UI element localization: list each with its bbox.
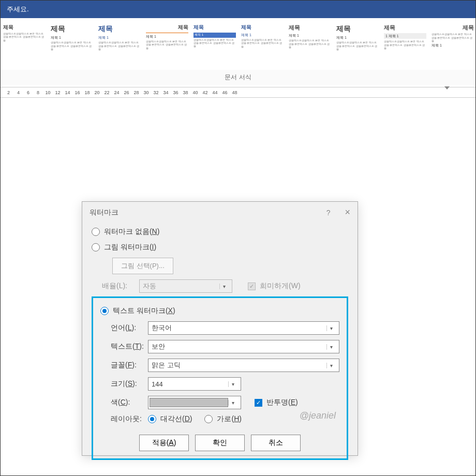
style-item[interactable]: 제목 샘플텍스트샘플텍스트 본문 텍스트 샘플 본문텍스트 샘플본문텍스트 샘플 bbox=[1, 20, 48, 68]
style-subtitle: 제목 1 bbox=[146, 33, 188, 39]
language-select[interactable]: 한국어 ▾ bbox=[148, 321, 339, 335]
help-icon[interactable]: ? bbox=[326, 209, 331, 217]
chevron-down-icon: ▾ bbox=[219, 284, 229, 289]
close-icon[interactable]: × bbox=[345, 207, 350, 218]
style-item[interactable]: 제목 제목 1 샘플텍스트샘플텍스트 본문 텍스트 샘플 본문텍스트 샘플본문텍… bbox=[334, 20, 381, 68]
text-value: 보안 bbox=[152, 342, 165, 351]
layout-horizontal-radio[interactable] bbox=[204, 415, 213, 423]
color-select[interactable]: ▾ bbox=[148, 396, 241, 409]
washout-label: 희미하게(W) bbox=[260, 281, 301, 291]
style-item[interactable]: 제목 제목 1 샘플텍스트샘플텍스트 본문 텍스트 샘플 본문텍스트 샘플본문텍… bbox=[96, 20, 143, 68]
font-select[interactable]: 맑은 고딕 ▾ bbox=[148, 359, 339, 372]
chevron-down-icon[interactable]: ▾ bbox=[228, 381, 237, 387]
style-item[interactable]: 제목 제목 1 샘플텍스트샘플텍스트 본문 텍스트 샘플 본문텍스트 샘플본문텍… bbox=[143, 20, 191, 68]
dialog-title: 워터마크 bbox=[90, 208, 118, 217]
style-body: 샘플텍스트샘플텍스트 본문 텍스트 샘플 본문텍스트 샘플본문텍스트 샘플 bbox=[336, 41, 379, 51]
size-value: 144 bbox=[152, 380, 163, 388]
style-item[interactable]: 제목 제목 1 샘플텍스트샘플텍스트 본문 텍스트 샘플 본문텍스트 샘플본문텍… bbox=[239, 20, 286, 68]
language-label: 언어(L): bbox=[111, 323, 144, 333]
ruler-tick: 14 bbox=[63, 90, 72, 95]
select-picture-button: 그림 선택(P)... bbox=[112, 258, 173, 274]
radio-icon[interactable] bbox=[100, 307, 109, 315]
style-title: 제목 bbox=[3, 24, 46, 31]
style-item[interactable]: 제목 샘플텍스트샘플텍스트 본문 텍스트 샘플 본문텍스트 샘플본문텍스트 샘플… bbox=[429, 20, 475, 68]
washout-checkbox: ✓ bbox=[248, 282, 256, 290]
option-text-watermark[interactable]: 텍스트 워터마크(X) bbox=[100, 303, 339, 319]
style-title: 제목 bbox=[194, 24, 236, 31]
select-picture-row: 그림 선택(P)... bbox=[92, 255, 348, 277]
ruler-tick: 26 bbox=[122, 90, 131, 95]
style-body: 샘플텍스트샘플텍스트 본문 텍스트 샘플 본문텍스트 샘플본문텍스트 샘플 bbox=[194, 39, 236, 49]
ruler-tick: 36 bbox=[171, 90, 181, 95]
text-select[interactable]: 보안 ▾ bbox=[148, 340, 339, 353]
text-label: 텍스트(T): bbox=[111, 342, 144, 351]
radio-icon[interactable] bbox=[92, 228, 100, 236]
apply-button[interactable]: 적용(A) bbox=[139, 435, 189, 451]
style-subtitle: 제목 1 bbox=[241, 33, 284, 37]
semitransparent-checkbox[interactable]: ✓ bbox=[255, 399, 262, 407]
style-body: 샘플텍스트샘플텍스트 본문 텍스트 샘플 본문텍스트 샘플본문텍스트 샘플 bbox=[51, 41, 93, 51]
layout-diagonal-radio[interactable] bbox=[148, 415, 156, 423]
ruler[interactable]: 2468101214161820222426283032343638404244… bbox=[1, 87, 475, 98]
ribbon: 제목 샘플텍스트샘플텍스트 본문 텍스트 샘플 본문텍스트 샘플본문텍스트 샘플… bbox=[1, 18, 475, 87]
ruler-tick: 2 bbox=[4, 90, 13, 95]
option-label: 텍스트 워터마크(X) bbox=[113, 306, 175, 316]
style-body: 샘플텍스트샘플텍스트 본문 텍스트 샘플 본문텍스트 샘플본문텍스트 샘플 bbox=[98, 41, 141, 51]
radio-icon[interactable] bbox=[92, 243, 100, 251]
style-subtitle: 제목 1 bbox=[432, 43, 474, 48]
layout-horizontal-label: 가로(H) bbox=[217, 414, 241, 424]
ruler-tick: 6 bbox=[23, 90, 33, 95]
style-subtitle: 제목 1 bbox=[194, 33, 236, 38]
watermark-dialog: 워터마크 ? × 워터마크 없음(N) 그림 워터마크(I) 그림 선택(P).… bbox=[82, 201, 358, 456]
style-item[interactable]: 제목 제목 1 샘플텍스트샘플텍스트 본문 텍스트 샘플 본문텍스트 샘플본문텍… bbox=[48, 20, 96, 68]
style-title: 제목 bbox=[146, 24, 188, 31]
ruler-tick: 38 bbox=[181, 90, 190, 95]
style-body: 샘플텍스트샘플텍스트 본문 텍스트 샘플 본문텍스트 샘플본문텍스트 샘플 bbox=[146, 40, 188, 50]
font-label: 글꼴(F): bbox=[111, 361, 144, 370]
ruler-tick: 20 bbox=[92, 90, 102, 95]
ruler-tick: 18 bbox=[82, 90, 92, 95]
style-item[interactable]: 제목 제목 1 샘플텍스트샘플텍스트 본문 텍스트 샘플 본문텍스트 샘플본문텍… bbox=[191, 20, 239, 68]
font-value: 맑은 고딕 bbox=[152, 361, 181, 370]
credit-text: @jeaniel bbox=[300, 410, 336, 421]
ruler-marker-icon[interactable] bbox=[444, 86, 450, 90]
style-subtitle: 1 제목 1 bbox=[384, 33, 426, 39]
scale-select: 자동 ▾ bbox=[139, 279, 232, 293]
style-title: 제목 bbox=[432, 24, 474, 31]
style-item[interactable]: 제목 제목 1 샘플텍스트샘플텍스트 본문 텍스트 샘플 본문텍스트 샘플본문텍… bbox=[286, 20, 334, 68]
ruler-tick: 46 bbox=[220, 90, 230, 95]
color-row: 색(C): ▾ ✓ 반투명(E) bbox=[100, 393, 339, 412]
style-gallery[interactable]: 제목 샘플텍스트샘플텍스트 본문 텍스트 샘플 본문텍스트 샘플본문텍스트 샘플… bbox=[1, 18, 475, 70]
size-select[interactable]: 144 ▾ bbox=[148, 377, 241, 391]
language-row: 언어(L): 한국어 ▾ bbox=[100, 319, 339, 337]
chevron-down-icon[interactable]: ▾ bbox=[326, 363, 336, 368]
ruler-tick: 22 bbox=[102, 90, 112, 95]
scale-value: 자동 bbox=[143, 281, 156, 291]
ribbon-group-label: 문서 서식 bbox=[1, 70, 475, 85]
size-row: 크기(S): 144 ▾ bbox=[100, 375, 339, 393]
ruler-tick: 28 bbox=[131, 90, 141, 95]
chevron-down-icon[interactable]: ▾ bbox=[228, 400, 237, 406]
color-swatch bbox=[150, 398, 228, 407]
ruler-tick: 8 bbox=[33, 90, 43, 95]
cancel-button[interactable]: 취소 bbox=[251, 435, 301, 451]
semitransparent-label: 반투명(E) bbox=[266, 398, 298, 407]
chevron-down-icon[interactable]: ▾ bbox=[326, 344, 336, 350]
ruler-tick: 40 bbox=[190, 90, 200, 95]
ruler-tick: 32 bbox=[151, 90, 161, 95]
text-row: 텍스트(T): 보안 ▾ bbox=[100, 337, 339, 356]
style-body: 샘플텍스트샘플텍스트 본문 텍스트 샘플 본문텍스트 샘플본문텍스트 샘플 bbox=[432, 33, 474, 43]
style-item[interactable]: 제목 1 제목 1 샘플텍스트샘플텍스트 본문 텍스트 샘플 본문텍스트 샘플본… bbox=[381, 20, 429, 68]
title-text: 주세요. bbox=[7, 5, 29, 14]
ruler-tick: 4 bbox=[13, 90, 23, 95]
style-title: 제목 bbox=[51, 24, 93, 33]
style-body: 샘플텍스트샘플텍스트 본문 텍스트 샘플 본문텍스트 샘플본문텍스트 샘플 bbox=[384, 40, 426, 50]
option-label: 워터마크 없음(N) bbox=[104, 227, 159, 236]
style-body: 샘플텍스트샘플텍스트 본문 텍스트 샘플 본문텍스트 샘플본문텍스트 샘플 bbox=[289, 39, 331, 49]
chevron-down-icon[interactable]: ▾ bbox=[326, 325, 336, 331]
ok-button[interactable]: 확인 bbox=[195, 435, 245, 451]
style-subtitle: 제목 1 bbox=[51, 35, 93, 40]
ruler-tick: 24 bbox=[112, 90, 122, 95]
option-no-watermark[interactable]: 워터마크 없음(N) bbox=[92, 224, 348, 240]
option-picture-watermark[interactable]: 그림 워터마크(I) bbox=[92, 240, 348, 255]
